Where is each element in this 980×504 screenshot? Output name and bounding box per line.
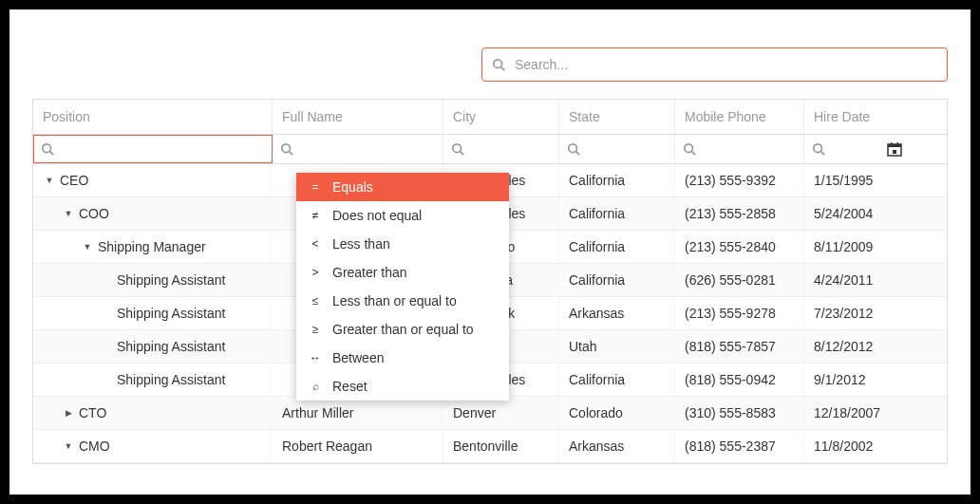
table-row[interactable]: ▼CMORobert ReaganBentonvilleArkansas(818… [33, 430, 947, 463]
caret-down-icon[interactable]: ▼ [83, 242, 92, 252]
app-frame: Position Full Name City State Mobile Pho… [9, 9, 971, 495]
col-header-city[interactable]: City [443, 100, 559, 134]
calendar-icon[interactable] [887, 141, 902, 157]
filter-position-input[interactable] [60, 140, 264, 158]
filter-op-reset[interactable]: ⌕Reset [296, 372, 509, 401]
tree-cell[interactable]: Shipping Assistant [33, 297, 273, 329]
position-label: Shipping Assistant [117, 306, 225, 321]
fullname-cell: Arthur Miller [273, 397, 443, 429]
position-label: CTO [79, 405, 106, 420]
tree-cell[interactable]: ▼CEO [33, 164, 273, 196]
filter-city-input[interactable] [470, 140, 551, 158]
state-cell: California [559, 231, 675, 263]
phone-cell: (213) 555-2858 [675, 197, 804, 230]
filter-operation-menu[interactable]: =Equals≠Does not equal<Less than>Greater… [296, 173, 509, 401]
caret-right-icon[interactable]: ▶ [64, 408, 73, 418]
search-bar-row [32, 47, 948, 82]
tree-cell[interactable]: ▼Shipping Manager [33, 231, 273, 263]
search-icon [280, 142, 293, 156]
filter-op-less-than-or-equal-to[interactable]: ≤Less than or equal to [296, 287, 509, 315]
filter-row [33, 135, 947, 164]
filter-op-label: Reset [332, 379, 368, 394]
filter-op-less-than[interactable]: <Less than [296, 230, 509, 258]
col-header-position[interactable]: Position [33, 100, 273, 134]
filter-state[interactable] [559, 135, 675, 163]
position-label: CEO [60, 173, 88, 188]
operator-icon: ≥ [308, 323, 323, 336]
svg-line-7 [461, 152, 464, 156]
filter-op-equals[interactable]: =Equals [296, 173, 509, 201]
search-icon [683, 142, 696, 156]
filter-op-greater-than-or-equal-to[interactable]: ≥Greater than or equal to [296, 315, 509, 344]
filter-fullname[interactable] [273, 135, 443, 163]
hiredate-cell: 8/12/2012 [804, 330, 910, 363]
caret-down-icon[interactable]: ▼ [64, 441, 73, 451]
filter-op-label: Less than [332, 236, 390, 252]
svg-line-11 [692, 152, 696, 156]
position-label: Shipping Manager [98, 239, 206, 254]
filter-op-does-not-equal[interactable]: ≠Does not equal [296, 201, 509, 230]
phone-cell: (818) 555-2387 [675, 430, 804, 462]
col-header-state[interactable]: State [559, 100, 675, 134]
operator-icon: = [308, 180, 323, 194]
search-icon [41, 142, 54, 156]
col-header-fullname[interactable]: Full Name [273, 100, 443, 134]
state-cell: Arkansas [559, 430, 675, 462]
svg-line-1 [501, 67, 505, 71]
fullname-cell: Robert Reagan [273, 430, 443, 462]
phone-cell: (213) 555-2840 [675, 231, 804, 263]
phone-cell: (213) 555-9392 [675, 164, 804, 196]
phone-cell: (818) 555-0942 [675, 364, 804, 396]
phone-cell: (310) 555-8583 [675, 397, 804, 429]
svg-rect-17 [897, 142, 899, 145]
tree-cell[interactable]: Shipping Assistant [33, 264, 273, 296]
global-search[interactable] [481, 47, 948, 82]
filter-op-label: Does not equal [332, 208, 422, 223]
svg-point-2 [43, 144, 51, 153]
filter-state-input[interactable] [586, 140, 667, 158]
tree-cell[interactable]: ▼COO [33, 197, 273, 230]
search-input[interactable] [513, 56, 937, 73]
position-label: Shipping Assistant [117, 372, 225, 387]
col-header-phone[interactable]: Mobile Phone [675, 100, 804, 134]
svg-point-10 [685, 144, 693, 153]
position-label: Shipping Assistant [117, 272, 225, 288]
search-icon [812, 142, 825, 156]
tree-cell[interactable]: Shipping Assistant [33, 364, 273, 396]
filter-city[interactable] [443, 135, 559, 163]
filter-hiredate-input[interactable] [831, 140, 881, 158]
table-row[interactable]: ▶CTOArthur MillerDenverColorado(310) 555… [33, 397, 947, 430]
position-label: Shipping Assistant [117, 339, 225, 354]
position-label: COO [79, 206, 109, 221]
hiredate-cell: 4/24/2011 [804, 264, 910, 296]
svg-point-6 [453, 144, 462, 153]
operator-icon: > [308, 266, 323, 279]
svg-point-0 [494, 60, 502, 68]
col-header-hiredate[interactable]: Hire Date [804, 100, 910, 134]
filter-phone[interactable] [675, 135, 804, 163]
header-row: Position Full Name City State Mobile Pho… [33, 100, 947, 135]
caret-down-icon[interactable]: ▼ [45, 176, 54, 185]
city-cell: Denver [443, 397, 559, 429]
tree-cell[interactable]: ▼CMO [33, 430, 273, 462]
tree-cell[interactable]: ▶CTO [33, 397, 273, 429]
filter-position[interactable] [33, 135, 273, 163]
filter-hiredate[interactable] [804, 135, 910, 163]
filter-phone-input[interactable] [702, 140, 796, 158]
filter-op-between[interactable]: ↔Between [296, 344, 509, 372]
svg-line-9 [576, 152, 580, 156]
operator-icon: < [308, 237, 323, 251]
tree-cell[interactable]: Shipping Assistant [33, 330, 273, 363]
filter-fullname-input[interactable] [299, 140, 435, 158]
position-label: CMO [79, 439, 110, 454]
state-cell: California [559, 264, 675, 296]
state-cell: Utah [559, 330, 675, 363]
hiredate-cell: 9/1/2012 [804, 364, 910, 396]
caret-down-icon[interactable]: ▼ [64, 209, 73, 218]
hiredate-cell: 7/23/2012 [804, 297, 910, 329]
filter-op-greater-than[interactable]: >Greater than [296, 258, 509, 287]
svg-line-13 [821, 152, 825, 156]
search-icon [567, 142, 580, 156]
city-cell: Bentonville [443, 430, 559, 462]
svg-point-4 [282, 144, 291, 153]
